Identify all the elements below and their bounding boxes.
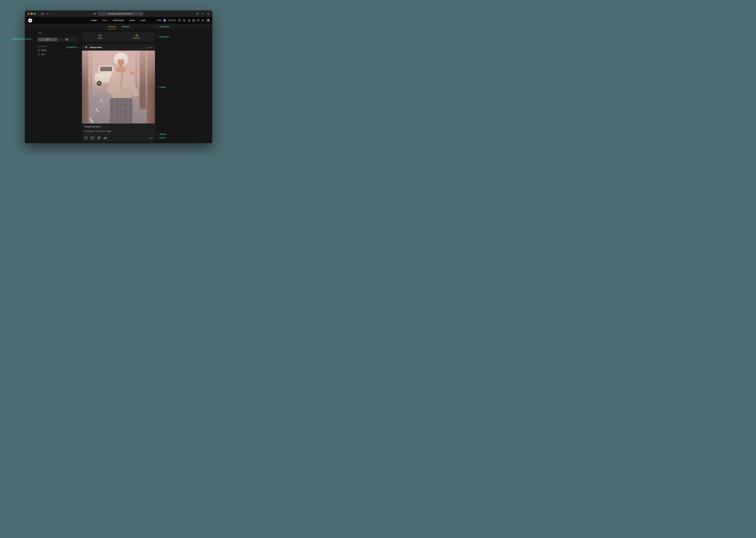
minimize-window-button[interactable] (31, 13, 32, 15)
post-image[interactable] (82, 51, 155, 124)
cart-icon[interactable] (183, 19, 186, 22)
heart-icon (84, 136, 88, 139)
tree-decoration (82, 51, 89, 124)
fog-overlay (82, 51, 155, 124)
gift-icon[interactable] (192, 19, 195, 22)
tab-following[interactable]: Following (107, 26, 116, 29)
feed-column: TEXT PHOTO Display Name Just now (82, 32, 155, 142)
tab-discover[interactable]: Discover (122, 26, 130, 29)
nav-home[interactable]: HOME (91, 20, 97, 21)
tab-overview-button[interactable] (207, 13, 210, 15)
sidebar-toggle-icon[interactable] (41, 13, 44, 15)
user-avatar[interactable] (206, 19, 210, 23)
imvu-header: HOME FEED INVENTORY SHOP CHAT 1,900 V 1,… (25, 17, 212, 24)
photos-checkbox-box[interactable] (38, 49, 40, 51)
post-author-avatar[interactable] (84, 45, 88, 49)
post-author-name[interactable]: Display Name (90, 46, 102, 48)
annotation-block-item: ← blockItem (157, 35, 169, 38)
list-view-segment[interactable] (38, 38, 57, 41)
browser-titlebar: https://www.imvu.com/next (25, 10, 212, 17)
road-dash (100, 99, 103, 102)
credits-icon[interactable]: C (178, 19, 181, 22)
text-checkbox-box[interactable] (38, 53, 40, 55)
comment-icon (91, 136, 94, 139)
imvu-logo[interactable] (28, 19, 32, 23)
vcoin-balance[interactable]: 1,900 (157, 19, 161, 22)
lock-icon[interactable] (108, 13, 110, 15)
vcoin-icon[interactable]: V (163, 19, 166, 22)
camera-icon (135, 34, 138, 36)
filter-text-checkbox[interactable]: Text (38, 53, 77, 55)
feed-post-card: Display Name Just now (82, 44, 155, 142)
post-timestamp: Just now (146, 46, 153, 48)
chat-bubble-icon[interactable] (197, 19, 200, 22)
grid-view-segment[interactable] (57, 38, 76, 41)
composer-block: TEXT PHOTO (82, 32, 155, 41)
compose-text-icon (99, 34, 101, 37)
more-options-icon (150, 138, 150, 138)
nav-chat[interactable]: CHAT (141, 20, 146, 21)
nav-shop[interactable]: SHOP (130, 20, 135, 21)
share-button[interactable] (196, 12, 199, 15)
post-stats[interactable]: 4 Comments • 312 Likes • 2 Tags (84, 130, 153, 133)
compose-photo-button[interactable]: PHOTO (119, 32, 155, 41)
photos-checkbox-label: Photos (41, 49, 47, 51)
nav-feed[interactable]: FEED (102, 20, 108, 21)
like-button[interactable] (84, 136, 88, 139)
list-view-icon (46, 39, 48, 40)
annotation-image: ← Image (157, 86, 166, 88)
text-checkbox-label: Text (41, 53, 44, 55)
road-dash (90, 118, 94, 124)
tree-decoration (90, 51, 92, 94)
leaf-decoration (88, 101, 89, 102)
share-post-button[interactable] (103, 137, 107, 139)
tree-decoration (147, 51, 155, 124)
share-post-icon (103, 137, 107, 139)
leaf-decoration (127, 115, 129, 117)
new-tab-button[interactable] (202, 13, 204, 15)
credits-balance[interactable]: 1,607,307 (168, 19, 176, 22)
compose-text-label: TEXT (97, 37, 103, 39)
forward-button[interactable] (52, 13, 53, 15)
more-options-button[interactable] (150, 137, 153, 139)
road-dash (95, 108, 99, 112)
comment-button[interactable] (91, 136, 94, 139)
refresh-icon[interactable] (140, 13, 142, 15)
browser-window: https://www.imvu.com/next HOME FEED (25, 10, 212, 143)
annotation-segmented-control: SegmentedControl→ (11, 38, 33, 40)
url-text: https://www.imvu.com/next (111, 13, 132, 15)
avatar-figure (103, 53, 139, 124)
main-navigation: HOME FEED INVENTORY SHOP CHAT (91, 20, 146, 21)
back-button[interactable] (47, 13, 48, 15)
road-decoration (82, 90, 155, 124)
page-content: VIEW FILTER BY Photos (25, 29, 212, 143)
view-section-label: VIEW (38, 32, 77, 34)
tree-decoration (140, 51, 146, 109)
privacy-shield-icon[interactable] (94, 13, 96, 15)
filter-sidebar: VIEW FILTER BY Photos (38, 32, 77, 55)
tag-button[interactable] (97, 136, 100, 139)
annotation-divider: ← divider (157, 133, 166, 135)
post-header: Display Name Just now (82, 44, 155, 51)
compose-photo-label: PHOTO (133, 37, 140, 39)
filter-photos-checkbox[interactable]: Photos (38, 49, 77, 51)
annotation-button: ← button (157, 136, 166, 139)
view-segmented-control (38, 37, 77, 41)
leaf-decoration (147, 72, 148, 74)
leaf-decoration (150, 104, 152, 106)
grid-view-icon (66, 38, 68, 40)
nav-inventory[interactable]: INVENTORY (113, 20, 124, 21)
close-window-button[interactable] (28, 13, 30, 15)
post-caption: Posing in the forest (84, 126, 153, 128)
post-body: Posing in the forest 4 Comments • 312 Li… (82, 124, 155, 133)
annotation-profile-disc: profileDisc→ (66, 46, 79, 48)
bell-icon[interactable] (188, 19, 190, 22)
compose-text-button[interactable]: TEXT (82, 32, 118, 41)
leaf-decoration (148, 117, 151, 120)
people-icon[interactable] (202, 19, 204, 22)
address-bar[interactable]: https://www.imvu.com/next (98, 12, 143, 16)
online-status-dot (209, 21, 211, 23)
zoom-window-button[interactable] (34, 13, 36, 15)
post-action-bar (82, 135, 155, 142)
sidebar-divider (38, 35, 77, 35)
